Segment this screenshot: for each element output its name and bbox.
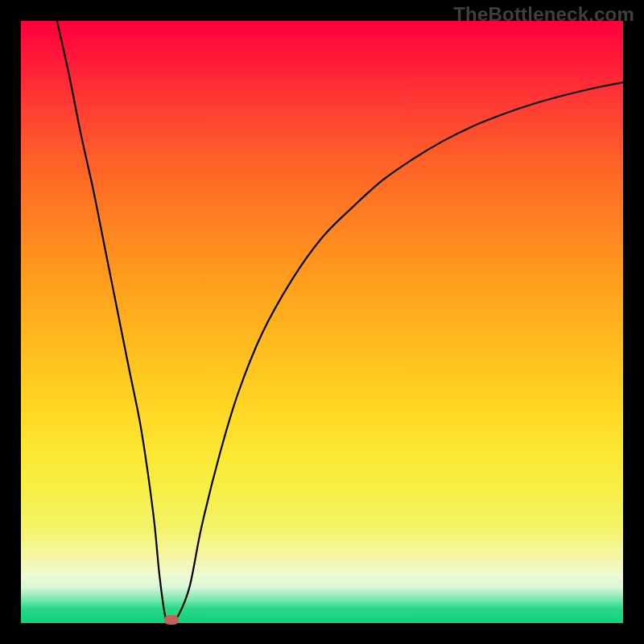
chart-frame: TheBottleneck.com xyxy=(0,0,644,644)
watermark-text: TheBottleneck.com xyxy=(453,3,634,26)
min-marker xyxy=(164,615,179,625)
plot-area xyxy=(21,21,623,623)
